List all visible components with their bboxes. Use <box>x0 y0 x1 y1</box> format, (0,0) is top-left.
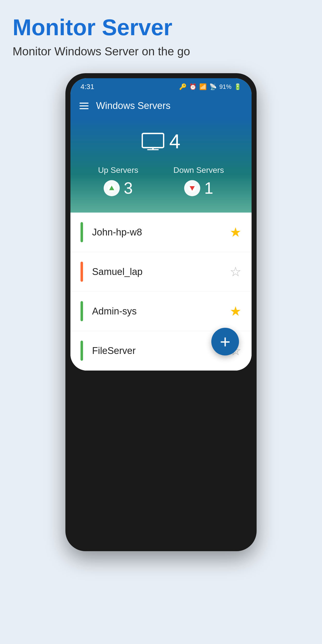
server-status-indicator-fileserver <box>80 341 83 361</box>
server-status-indicator-samuel <box>80 262 83 282</box>
server-count-display: 4 <box>142 130 181 153</box>
up-servers-label: Up Servers <box>98 166 138 175</box>
server-status-indicator-john <box>80 222 83 242</box>
up-servers-value-row: 3 <box>104 179 133 197</box>
server-item-samuel[interactable]: Samuel_lap ☆ <box>70 252 252 292</box>
down-servers-value-row: 1 <box>184 179 213 197</box>
up-servers-count: 3 <box>124 179 133 197</box>
status-bar: 4:31 🔑 ⏰ 📶 📡 91% 🔋 <box>70 78 252 94</box>
star-icon-admin[interactable]: ★ <box>230 305 242 318</box>
battery-icon: 🔋 <box>234 83 242 90</box>
server-name-john: John-hp-w8 <box>92 227 230 238</box>
signal-icon: 📡 <box>209 83 217 90</box>
hamburger-menu-button[interactable] <box>79 103 89 109</box>
status-icons: 🔑 ⏰ 📶 📡 91% 🔋 <box>179 83 242 90</box>
app-bar-title: Windows Servers <box>96 100 171 111</box>
app-title: Monitor Server <box>13 15 190 40</box>
star-icon-john[interactable]: ★ <box>230 226 242 239</box>
stats-area: 4 Up Servers 3 <box>70 117 252 213</box>
battery-level: 91% <box>219 83 231 90</box>
server-stats-row: Up Servers 3 Down Servers <box>80 166 242 197</box>
app-subtitle: Monitor Windows Server on the go <box>13 45 190 58</box>
down-arrow-badge <box>184 180 200 196</box>
server-status-indicator-admin <box>80 301 83 321</box>
monitor-icon <box>142 133 164 150</box>
app-bar: Windows Servers <box>70 94 252 117</box>
svg-rect-0 <box>142 134 164 148</box>
total-server-count: 4 <box>169 130 181 153</box>
server-list: John-hp-w8 ★ Samuel_lap ☆ Admin-sys ★ Fi… <box>70 213 252 371</box>
star-icon-samuel[interactable]: ☆ <box>230 265 242 278</box>
alarm-icon: ⏰ <box>189 83 197 90</box>
add-server-fab[interactable]: + <box>211 328 239 355</box>
server-name-admin: Admin-sys <box>92 306 230 317</box>
up-arrow-badge <box>104 180 120 196</box>
wifi-icon: 📶 <box>199 83 207 90</box>
up-arrow-icon <box>108 184 116 192</box>
key-icon: 🔑 <box>179 83 187 90</box>
up-servers-stat: Up Servers 3 <box>98 166 138 197</box>
status-time: 4:31 <box>80 83 94 91</box>
down-servers-count: 1 <box>204 179 213 197</box>
down-arrow-icon <box>188 184 196 192</box>
page-header: Monitor Server Monitor Windows Server on… <box>13 15 190 58</box>
server-name-fileserver: FileServer <box>92 345 230 356</box>
phone-screen: 4:31 🔑 ⏰ 📶 📡 91% 🔋 Windows Servers <box>70 78 252 371</box>
down-servers-stat: Down Servers 1 <box>173 166 224 197</box>
server-name-samuel: Samuel_lap <box>92 266 230 277</box>
down-servers-label: Down Servers <box>173 166 224 175</box>
server-item-john[interactable]: John-hp-w8 ★ <box>70 213 252 252</box>
phone-frame: 4:31 🔑 ⏰ 📶 📡 91% 🔋 Windows Servers <box>65 73 257 551</box>
server-item-admin[interactable]: Admin-sys ★ <box>70 292 252 331</box>
